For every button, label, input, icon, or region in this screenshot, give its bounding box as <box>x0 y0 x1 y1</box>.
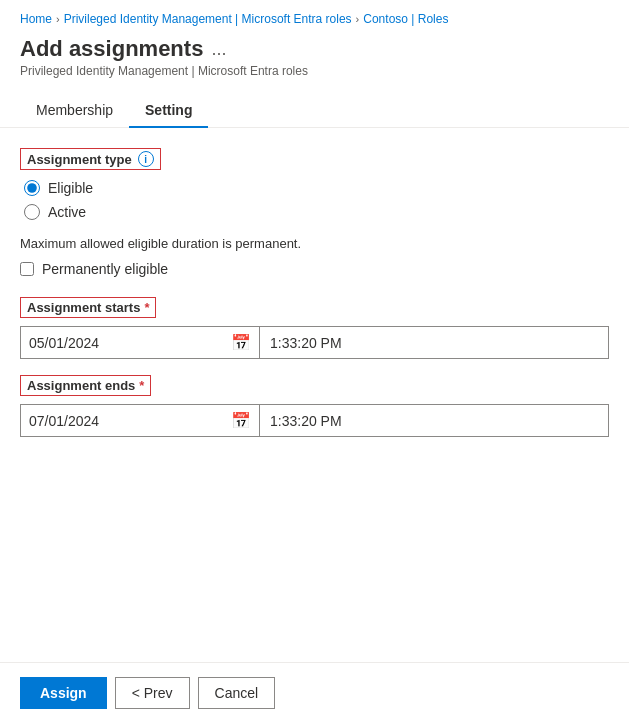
page-title-ellipsis: ... <box>211 39 226 60</box>
breadcrumb-sep-1: › <box>56 13 60 25</box>
tab-membership[interactable]: Membership <box>20 94 129 128</box>
assignment-starts-date-input[interactable] <box>21 329 223 357</box>
assignment-type-radio-group: Eligible Active <box>20 180 609 220</box>
assignment-type-text: Assignment type <box>27 152 132 167</box>
footer: Assign < Prev Cancel <box>0 662 629 723</box>
assignment-ends-date-input[interactable] <box>21 407 223 435</box>
assignment-type-group: Assignment type i Eligible Active <box>20 148 609 220</box>
radio-eligible[interactable]: Eligible <box>24 180 609 196</box>
radio-eligible-input[interactable] <box>24 180 40 196</box>
prev-button[interactable]: < Prev <box>115 677 190 709</box>
page-title-text: Add assignments <box>20 36 203 62</box>
permanently-eligible-option: Permanently eligible <box>20 261 609 277</box>
assignment-ends-required: * <box>139 378 144 393</box>
tab-setting[interactable]: Setting <box>129 94 208 128</box>
page-title: Add assignments ... <box>20 36 609 62</box>
assignment-ends-label: Assignment ends * <box>20 375 151 396</box>
radio-active-label: Active <box>48 204 86 220</box>
assign-button[interactable]: Assign <box>20 677 107 709</box>
content-area: Assignment type i Eligible Active Maximu… <box>0 128 629 662</box>
page-subtitle: Privileged Identity Management | Microso… <box>20 64 609 78</box>
assignment-starts-date-wrapper: 📅 <box>20 326 260 359</box>
assignment-starts-row: 📅 <box>20 326 609 359</box>
assignment-starts-label: Assignment starts * <box>20 297 156 318</box>
assignment-ends-group: Assignment ends * 📅 <box>20 375 609 437</box>
assignment-starts-time-input[interactable] <box>260 326 609 359</box>
assignment-ends-time-input[interactable] <box>260 404 609 437</box>
breadcrumb-pim[interactable]: Privileged Identity Management | Microso… <box>64 12 352 26</box>
assignment-ends-date-wrapper: 📅 <box>20 404 260 437</box>
assignment-starts-calendar-icon[interactable]: 📅 <box>223 327 259 358</box>
assignment-type-info-icon[interactable]: i <box>138 151 154 167</box>
breadcrumb-home[interactable]: Home <box>20 12 52 26</box>
page-header: Add assignments ... Privileged Identity … <box>0 32 629 78</box>
cancel-button[interactable]: Cancel <box>198 677 276 709</box>
permanently-eligible-label: Permanently eligible <box>42 261 168 277</box>
breadcrumb-sep-2: › <box>356 13 360 25</box>
breadcrumb: Home › Privileged Identity Management | … <box>0 0 629 32</box>
assignment-starts-group: Assignment starts * 📅 <box>20 297 609 359</box>
breadcrumb-roles[interactable]: Contoso | Roles <box>363 12 448 26</box>
assignment-starts-label-text: Assignment starts <box>27 300 140 315</box>
assignment-ends-label-text: Assignment ends <box>27 378 135 393</box>
assignment-starts-required: * <box>144 300 149 315</box>
tabs-container: Membership Setting <box>0 94 629 128</box>
radio-active-input[interactable] <box>24 204 40 220</box>
assignment-ends-calendar-icon[interactable]: 📅 <box>223 405 259 436</box>
radio-eligible-label: Eligible <box>48 180 93 196</box>
permanently-eligible-checkbox[interactable] <box>20 262 34 276</box>
assignment-ends-row: 📅 <box>20 404 609 437</box>
radio-active[interactable]: Active <box>24 204 609 220</box>
eligible-duration-info: Maximum allowed eligible duration is per… <box>20 236 609 251</box>
assignment-type-label: Assignment type i <box>20 148 161 170</box>
